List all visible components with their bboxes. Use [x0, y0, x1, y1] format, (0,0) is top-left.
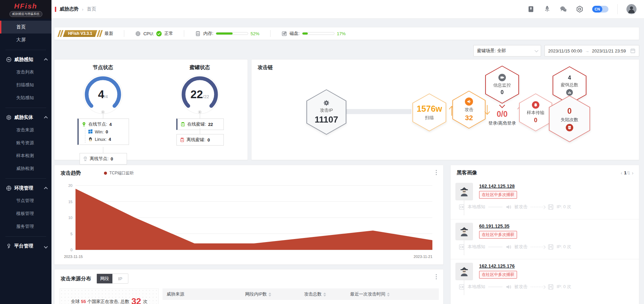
sidebar-group-threat-sense[interactable]: 威胁感知	[0, 53, 51, 66]
sidebar-group-platform-manage[interactable]: 平台管理	[0, 240, 51, 252]
rocket-icon[interactable]	[543, 5, 551, 13]
prev-page-button[interactable]: ‹	[621, 170, 622, 176]
version-badge: HFish V3.3.1	[63, 30, 98, 37]
tab-ip[interactable]: IP	[112, 274, 128, 283]
wechat-icon[interactable]	[560, 5, 567, 13]
memory-icon	[195, 31, 201, 37]
hacker-avatar[interactable]	[455, 263, 473, 280]
sidebar-item-fall-sense[interactable]: 失陷感知	[0, 91, 51, 104]
logo[interactable]: HFish 威胁捕捉与诱骗系统	[0, 0, 51, 19]
offline-honeypot-jar-icon	[180, 137, 185, 142]
attack-trend-card: 攻击趋势 TCP端口监听 051015202023-11-152023-11-2…	[54, 165, 444, 265]
sidebar-item-service-manage[interactable]: 服务管理	[0, 220, 51, 233]
legend-dot	[104, 172, 107, 175]
attack-ip-hexagon[interactable]: 攻击IP 11107	[306, 89, 346, 135]
sidebar-item-attack-list[interactable]: 攻击列表	[0, 66, 51, 79]
bar-chart-icon	[566, 89, 573, 96]
sidebar-item-template-manage[interactable]: 模板管理	[0, 207, 51, 220]
step-connector	[488, 207, 502, 207]
sidebar-group-threat-entity[interactable]: 威胁实体	[0, 111, 51, 124]
cpu-status: CPU: 正常	[135, 30, 173, 37]
alarm-bell-icon	[532, 101, 539, 109]
next-page-button[interactable]: ›	[632, 170, 634, 176]
connector-line	[103, 147, 103, 153]
chevron-up-icon	[44, 187, 48, 191]
manual-book-icon[interactable]	[527, 5, 535, 13]
honeypot-scene-select[interactable]: 蜜罐场景: 全部	[473, 45, 541, 57]
step-connector	[488, 247, 502, 247]
attack-count: 32	[465, 114, 473, 122]
trend-legend[interactable]: TCP端口监听	[104, 170, 134, 176]
logo-title: HFish	[14, 2, 37, 10]
source-tabs: 网段 IP	[96, 274, 128, 284]
ip-record-icon	[548, 244, 554, 250]
breadcrumb-separator: ›	[82, 7, 83, 12]
sidebar-item-node-manage[interactable]: 节点管理	[0, 194, 51, 207]
attack-trend-title: 攻击趋势	[61, 170, 81, 176]
hacker-ip-link[interactable]: 60.191.125.35	[479, 223, 510, 229]
breadcrumb-root[interactable]: 威胁态势	[60, 6, 79, 12]
hacker-steps: 本地感知 被攻击 IP: 0 次	[459, 244, 571, 250]
hacker-avatar[interactable]	[455, 183, 473, 200]
tab-subnet[interactable]: 网段	[97, 274, 112, 283]
hacker-entry: 162.142.125.176 在社区中多次捕获 本地感知 被攻击 IP: 0 …	[451, 259, 639, 299]
hacker-badge: 在社区中多次捕获	[479, 191, 517, 199]
connector-line	[200, 128, 200, 134]
sidebar-item-sample-detect[interactable]: 样本检测	[0, 149, 51, 162]
node-status-title: 节点状态	[55, 64, 151, 71]
login-count: 0/0	[497, 110, 508, 119]
chevron-down-icon	[44, 245, 48, 248]
threat-entity-icon	[6, 115, 12, 120]
hacker-steps: 本地感知 被攻击 IP: 0 次	[459, 204, 571, 210]
sample-transfer-count: 0	[534, 117, 537, 124]
fall-count-hexagon[interactable]: 0 失陷次数	[549, 95, 590, 142]
sidebar-group-env-manage[interactable]: 环境管理	[0, 182, 51, 194]
memory-progress-bar	[216, 32, 248, 35]
honeypot-online-count: 22	[191, 88, 203, 101]
trend-menu-kebab[interactable]	[434, 170, 438, 175]
sidebar-item-bigscreen[interactable]: 大屏	[0, 34, 51, 46]
info-monitor-hexagon[interactable]: 信息监控 0	[485, 66, 519, 104]
table-row[interactable]: 106.88.84.0/24 1 19 2023/11/15 10:42:27	[163, 300, 439, 304]
hacker-ip-link[interactable]: 162.142.125.176	[479, 263, 515, 269]
date-range-picker[interactable]: 2023/11/15 00:00 → 2023/11/21 23:59	[544, 45, 639, 57]
topbar: 威胁态势 › 首页 CN	[51, 0, 644, 19]
sidebar-item-account-resource[interactable]: 账号资源	[0, 136, 51, 149]
language-toggle[interactable]: CN	[592, 6, 608, 13]
svg-text:5: 5	[70, 232, 72, 236]
hacker-ip-link[interactable]: 162.142.125.128	[479, 183, 515, 189]
attack-ip-count: 11107	[315, 114, 338, 125]
hacker-badge: 在社区中多次捕获	[479, 271, 517, 279]
disk-status: 磁盘: 17%	[281, 30, 346, 37]
hacker-steps: 本地感知 被攻击 IP: 0 次	[459, 284, 571, 290]
ip-record-icon	[548, 204, 554, 210]
hexagon-target-icon[interactable]	[576, 5, 583, 13]
honeypot-offline-box: 离线蜜罐:0	[176, 134, 224, 146]
scan-hexagon[interactable]: 1576w 扫描	[412, 93, 446, 131]
sample-transfer-hexagon[interactable]: 样本传输 0	[519, 93, 552, 131]
divider	[5, 50, 46, 50]
hacker-avatar[interactable]	[455, 223, 473, 240]
sidebar-item-attack-source[interactable]: 攻击来源	[0, 124, 51, 136]
chevron-down-icon	[535, 48, 538, 52]
sidebar-item-home[interactable]: 首页	[0, 21, 51, 34]
scan-count: 1576w	[416, 104, 442, 114]
svg-text:2023-11-21: 2023-11-21	[414, 255, 432, 259]
step-connector	[488, 287, 502, 287]
user-avatar[interactable]	[626, 4, 637, 14]
node-gauge: 4/4	[81, 72, 125, 116]
local-sense-camera-icon	[459, 244, 465, 250]
logo-subtitle: 威胁捕捉与诱骗系统	[9, 11, 42, 17]
check-circle-icon	[156, 31, 162, 37]
attack-source-title: 攻击来源分布	[61, 276, 91, 282]
hfish-dashboard: HFish 威胁捕捉与诱骗系统 首页 大屏 威胁感知 攻击列表 扫描感知 失陷感…	[0, 0, 644, 304]
source-menu-kebab[interactable]	[434, 274, 438, 279]
hacker-entry: 162.142.125.128 在社区中多次捕获 本地感知 被攻击 IP: 0 …	[451, 179, 639, 219]
version-latest[interactable]: 最新	[104, 30, 113, 37]
divider	[270, 30, 271, 37]
sidebar-item-threat-detect[interactable]: 威胁检测	[0, 162, 51, 175]
info-monitor-count: 0	[501, 89, 504, 95]
sidebar-item-scan-sense[interactable]: 扫描感知	[0, 79, 51, 91]
node-online-count: 4	[98, 88, 104, 101]
attack-hexagon[interactable]: 攻击 32	[452, 91, 486, 129]
